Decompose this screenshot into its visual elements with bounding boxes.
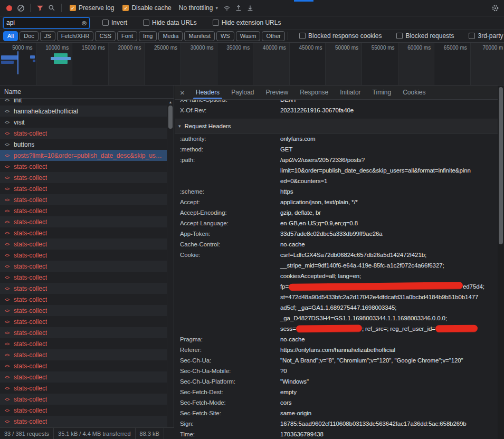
disable-cache-checkbox[interactable]: ✓ Disable cache bbox=[122, 4, 171, 12]
header-name: Accept: bbox=[180, 197, 280, 207]
name-column-header[interactable]: Name bbox=[0, 85, 174, 99]
request-row[interactable]: <>stats-collect bbox=[0, 394, 167, 405]
type-filter-other[interactable]: Other bbox=[262, 31, 285, 41]
settings-gear-icon[interactable] bbox=[490, 3, 500, 13]
request-row[interactable]: <>stats-collect bbox=[0, 383, 167, 394]
tab-cookies[interactable]: Cookies bbox=[397, 85, 431, 99]
tab-timing[interactable]: Timing bbox=[367, 85, 397, 99]
circle-slash-icon bbox=[17, 4, 25, 12]
scrollbar-thumb[interactable] bbox=[499, 87, 503, 244]
search-icon[interactable] bbox=[47, 3, 56, 13]
request-row[interactable]: <>posts?limit=10&order=publish_date_desc… bbox=[0, 150, 167, 161]
section-title: Request Headers bbox=[184, 123, 231, 129]
tab-response[interactable]: Response bbox=[294, 85, 334, 99]
hide-extension-urls-checkbox[interactable]: Hide extension URLs bbox=[213, 19, 281, 26]
request-row[interactable]: <>stats-collect bbox=[0, 227, 167, 238]
request-row[interactable]: <>stats-collect bbox=[0, 371, 167, 383]
request-name: stats-collect bbox=[14, 307, 47, 314]
type-filter-img[interactable]: Img bbox=[139, 31, 157, 41]
request-row[interactable]: <>stats-collect bbox=[0, 194, 167, 205]
timeline-overview[interactable]: 5000 ms10000 ms15000 ms20000 ms25000 ms3… bbox=[0, 43, 504, 85]
network-filter-bar: ⊗ Invert Hide data URLs Hide extension U… bbox=[0, 16, 504, 30]
script-file-icon: <> bbox=[3, 120, 11, 125]
record-network-log-button[interactable] bbox=[4, 3, 14, 13]
type-filter-wasm[interactable]: Wasm bbox=[236, 31, 261, 41]
clear-filter-icon[interactable]: ⊗ bbox=[81, 20, 87, 26]
request-row[interactable]: <>stats-collect bbox=[0, 216, 167, 227]
scrollbar-thumb[interactable] bbox=[168, 106, 173, 129]
export-har-icon[interactable] bbox=[245, 3, 255, 13]
request-row[interactable]: <>stats-collect bbox=[0, 405, 167, 416]
header-row: Accept-Encoding:gzip, deflate, br bbox=[175, 207, 498, 218]
timeline-tick-label: 55000 ms bbox=[372, 45, 395, 51]
request-row[interactable]: <>stats-collect bbox=[0, 161, 167, 172]
details-scrollbar[interactable] bbox=[498, 85, 504, 439]
request-row[interactable]: <>stats-collect bbox=[0, 338, 167, 349]
hide-data-urls-checkbox[interactable]: Hide data URLs bbox=[143, 19, 197, 26]
type-filter-media[interactable]: Media bbox=[158, 31, 183, 41]
type-filter-js[interactable]: JS bbox=[40, 31, 55, 41]
type-filter-css[interactable]: CSS bbox=[95, 31, 116, 41]
blocked-response-cookies-checkbox[interactable]: Blocked response cookies bbox=[299, 32, 382, 40]
tab-headers[interactable]: Headers bbox=[190, 85, 225, 99]
request-row[interactable]: <>init bbox=[0, 99, 167, 106]
request-name: init bbox=[14, 99, 22, 104]
filter-input-box: ⊗ bbox=[3, 17, 90, 28]
request-row[interactable]: <>stats-collect bbox=[0, 305, 167, 316]
script-file-icon: <> bbox=[3, 352, 11, 358]
3rd-party-requests-checkbox[interactable]: 3rd-party requests bbox=[469, 32, 504, 40]
header-name: :authority: bbox=[180, 133, 280, 144]
timeline-column: 25000 ms bbox=[145, 43, 181, 85]
request-row[interactable]: <>stats-collect bbox=[0, 416, 167, 427]
request-name: stats-collect bbox=[14, 351, 47, 359]
request-row[interactable]: <>stats-collect bbox=[0, 360, 167, 371]
tab-initiator[interactable]: Initiator bbox=[334, 85, 366, 99]
type-filter-all[interactable]: All bbox=[3, 31, 18, 41]
network-conditions-icon[interactable] bbox=[222, 3, 232, 13]
request-name: stats-collect bbox=[14, 374, 47, 381]
type-filter-font[interactable]: Font bbox=[117, 31, 137, 41]
type-filter-fetch-xhr[interactable]: Fetch/XHR bbox=[57, 31, 94, 41]
request-headers-section-header[interactable]: ▾ Request Headers bbox=[175, 119, 498, 133]
type-filter-ws[interactable]: WS bbox=[216, 31, 234, 41]
preserve-log-label: Preserve log bbox=[79, 4, 114, 12]
invert-checkbox[interactable]: Invert bbox=[102, 19, 127, 26]
requests-scrollbar[interactable]: ▲ bbox=[167, 99, 174, 427]
scroll-up-arrow[interactable]: ▲ bbox=[167, 99, 174, 104]
request-row[interactable]: <>stats-collect bbox=[0, 327, 167, 338]
clear-network-log-button[interactable] bbox=[16, 3, 25, 13]
request-row[interactable]: <>stats-collect bbox=[0, 316, 167, 327]
header-value: 202312261916-30670fa40e bbox=[280, 105, 498, 116]
request-row[interactable]: <>stats-collect bbox=[0, 349, 167, 360]
request-name: stats-collect bbox=[14, 396, 47, 403]
request-row[interactable]: <>stats-collect bbox=[0, 283, 167, 294]
request-row[interactable]: <>visit bbox=[0, 117, 167, 128]
request-row[interactable]: <>stats-collect bbox=[0, 205, 167, 216]
request-row[interactable]: <>stats-collect bbox=[0, 128, 167, 139]
type-filter-manifest[interactable]: Manifest bbox=[184, 31, 215, 41]
header-row: :path:/api2/v2/users/20572336/posts? lim… bbox=[175, 155, 498, 186]
request-row[interactable]: <>stats-collect bbox=[0, 261, 167, 272]
request-row[interactable]: <>hannahelizabethofficial bbox=[0, 106, 167, 117]
throttling-select[interactable]: No throttling ▾ bbox=[179, 4, 218, 12]
request-row[interactable]: <>stats-collect bbox=[0, 183, 167, 194]
request-row[interactable]: <>stats-collect bbox=[0, 272, 167, 283]
filter-input[interactable] bbox=[4, 19, 78, 26]
import-har-icon[interactable] bbox=[234, 3, 243, 13]
request-row[interactable]: <>stats-collect bbox=[0, 172, 167, 183]
checkmark-icon: ✓ bbox=[123, 5, 128, 11]
blocked-response-cookies-label: Blocked response cookies bbox=[308, 32, 382, 40]
filter-icon[interactable] bbox=[35, 3, 45, 13]
script-file-icon: <> bbox=[3, 419, 11, 424]
preserve-log-checkbox[interactable]: ✓ Preserve log bbox=[70, 4, 114, 12]
tab-payload[interactable]: Payload bbox=[225, 85, 260, 99]
blocked-requests-checkbox[interactable]: Blocked requests bbox=[396, 32, 454, 40]
request-row[interactable]: <>stats-collect bbox=[0, 294, 167, 305]
request-row[interactable]: <>stats-collect bbox=[0, 250, 167, 261]
type-filter-doc[interactable]: Doc bbox=[20, 31, 39, 41]
close-icon[interactable]: × bbox=[180, 89, 185, 97]
request-row[interactable]: <>stats-collect bbox=[0, 238, 167, 250]
request-row[interactable]: <>buttons bbox=[0, 139, 167, 150]
waterfall-bar bbox=[1, 55, 18, 60]
tab-preview[interactable]: Preview bbox=[260, 85, 294, 99]
